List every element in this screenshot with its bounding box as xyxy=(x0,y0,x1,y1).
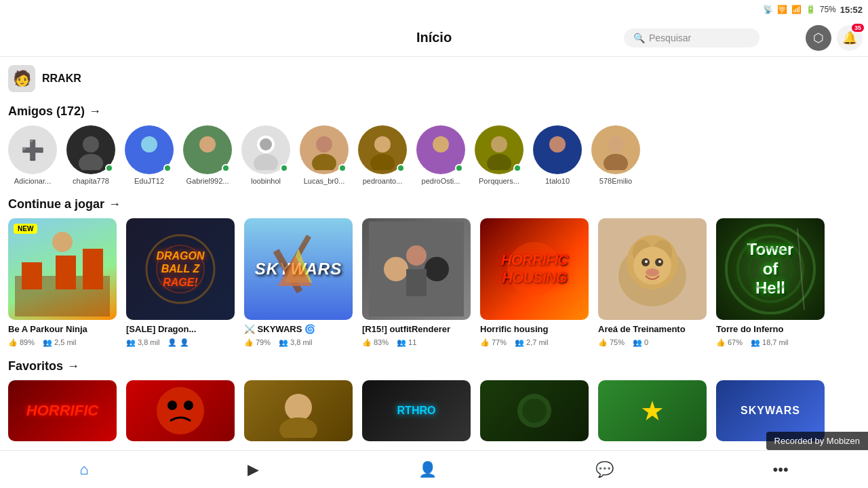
nav-play[interactable]: ▶ xyxy=(237,458,270,481)
game-card-horrific[interactable]: HORRIFICHOUSiNG Horrific housing 👍 77% 👥… xyxy=(480,218,589,347)
fav-card-star[interactable]: ★ xyxy=(598,380,707,441)
game-card-dragon[interactable]: DRAGONBALL ZRAGE! [SALE] Dragon... 👥 3,8… xyxy=(126,218,235,347)
players-icon-horrific: 👥 xyxy=(515,338,524,347)
svg-point-20 xyxy=(604,154,628,170)
search-placeholder: Pesquisar xyxy=(649,33,691,43)
favorites-section-title: Favoritos xyxy=(8,359,63,373)
online-dot-gabriel xyxy=(222,164,230,172)
svg-point-56 xyxy=(285,394,312,421)
friend-name-578emilio: 578Emilio xyxy=(599,177,632,185)
svg-point-3 xyxy=(137,154,161,170)
robux-icon: ⬡ xyxy=(813,30,824,45)
svg-point-34 xyxy=(425,257,449,281)
game-thumb-doge xyxy=(598,218,707,320)
game-card-parkour[interactable]: NEW Be A Parkour Ninja 👍 89% 👥 2,5 mil xyxy=(8,218,117,347)
favorites-section-arrow[interactable]: → xyxy=(67,359,79,373)
fav-card-rthro[interactable]: RTHRO xyxy=(362,380,471,441)
game-card-outfit[interactable]: [R15!] outfitRenderer 👍 83% 👥 11 xyxy=(362,218,471,347)
players-icon-doge: 👥 xyxy=(633,338,642,347)
notifications-button[interactable]: 🔔 35 xyxy=(837,25,863,51)
username: RRAKR xyxy=(42,73,81,85)
svg-point-48 xyxy=(646,268,659,277)
game-title-horrific: Horrific housing xyxy=(480,324,589,336)
friend-pedroanto[interactable]: pedroanto... xyxy=(358,125,407,185)
svg-point-1 xyxy=(79,154,103,170)
game-stats-skywars: 👍 79% 👥 3,8 mil xyxy=(244,338,353,347)
mobizen-watermark: Recorded by Mobizen xyxy=(766,432,868,450)
svg-rect-24 xyxy=(83,249,103,289)
friend-chapita778[interactable]: chapita778 xyxy=(66,125,115,185)
friend-578emilio[interactable]: 578Emilio xyxy=(591,125,640,185)
svg-point-13 xyxy=(433,136,449,152)
nav-chat[interactable]: 💬 xyxy=(585,458,625,481)
game-stats-dragon: 👥 3,8 mil 👤👤 xyxy=(126,338,235,347)
friend-name-pedroostil: pedroOsti... xyxy=(422,177,460,185)
add-friend-item[interactable]: ➕ Adicionar... xyxy=(8,125,57,185)
battery-icon: 🔋 xyxy=(806,5,816,14)
svg-point-11 xyxy=(374,136,391,152)
fav-card-brown[interactable] xyxy=(244,380,353,441)
game-likes-tower: 👍 67% xyxy=(716,338,743,347)
players-icon-skywars: 👥 xyxy=(279,338,288,347)
friend-gabriel[interactable]: Gabriel992... xyxy=(183,125,232,185)
robux-button[interactable]: ⬡ xyxy=(806,25,831,51)
svg-point-14 xyxy=(429,154,453,170)
svg-point-16 xyxy=(487,154,511,170)
svg-point-25 xyxy=(52,232,73,252)
nav-home[interactable]: ⌂ xyxy=(68,458,99,481)
game-title-tower: Torre do Inferno xyxy=(716,324,825,336)
game-likes-outfit: 👍 83% xyxy=(362,338,389,347)
svg-point-33 xyxy=(384,257,408,281)
game-thumb-parkour: NEW xyxy=(8,218,117,320)
nav-more[interactable]: ••• xyxy=(762,458,800,481)
game-card-tower[interactable]: TowerofHell Torre do Inferno 👍 67% xyxy=(716,218,825,347)
game-card-skywars[interactable]: SKYWARS ⚔️ SKYWARS 🌀 👍 79% 👥 3,8 mil xyxy=(244,218,353,347)
online-dot-pedroanto xyxy=(397,164,405,172)
svg-point-46 xyxy=(645,260,648,263)
game-thumb-horrific: HORRIFICHOUSiNG xyxy=(480,218,589,320)
bottom-nav: ⌂ ▶ 👤 💬 ••• xyxy=(0,450,868,488)
friend-name-gabriel: Gabriel992... xyxy=(186,177,229,185)
game-likes-parkour: 👍 89% xyxy=(8,338,35,347)
search-bar[interactable]: 🔍 Pesquisar xyxy=(624,28,760,47)
game-thumb-tower: TowerofHell xyxy=(716,218,825,320)
game-players-horrific: 👥 2,7 mil xyxy=(515,338,548,347)
svg-point-35 xyxy=(406,245,427,266)
friend-avatar-578emilio xyxy=(591,125,640,174)
game-likes-horrific: 👍 77% xyxy=(480,338,507,347)
game-thumb-dragon: DRAGONBALL ZRAGE! xyxy=(126,218,235,320)
thumbs-up-icon-tower: 👍 xyxy=(716,338,726,347)
nav-avatar[interactable]: 👤 xyxy=(408,458,448,481)
thumbs-up-icon: 👍 xyxy=(8,338,18,347)
bell-icon: 🔔 xyxy=(842,30,857,45)
friend-porqquers[interactable]: Porqquers... xyxy=(475,125,524,185)
game-card-doge[interactable]: Areá de Treinamento 👍 75% 👥 0 xyxy=(598,218,707,347)
friend-pedroostil[interactable]: pedroOsti... xyxy=(416,125,465,185)
game-stats-outfit: 👍 83% 👥 11 xyxy=(362,338,471,347)
svg-point-19 xyxy=(608,136,624,152)
friends-section-title: Amigos (172) xyxy=(8,104,85,119)
game-title-doge: Areá de Treinamento xyxy=(598,324,707,336)
fav-icon-brown xyxy=(271,384,326,438)
continue-section-arrow[interactable]: → xyxy=(108,197,121,211)
svg-point-9 xyxy=(316,136,332,152)
user-avatar[interactable]: 🧑 xyxy=(8,65,35,92)
fav-card-dark[interactable] xyxy=(480,380,589,441)
friend-loobinhol[interactable]: loobinhol xyxy=(241,125,290,185)
friend-1talo10[interactable]: 1talo10 xyxy=(533,125,582,185)
play-icon: ▶ xyxy=(248,461,259,479)
friends-section-arrow[interactable]: → xyxy=(89,104,101,119)
friend-edujt12[interactable]: EduJT12 xyxy=(125,125,174,185)
fav-card-horrific[interactable]: HORRIFIC xyxy=(8,380,117,441)
svg-rect-22 xyxy=(22,262,42,289)
top-nav: Início 🔍 Pesquisar ⬡ 🔔 35 xyxy=(0,19,868,57)
svg-point-27 xyxy=(157,245,204,293)
fav-card-red[interactable] xyxy=(126,380,235,441)
game-title-dragon: [SALE] Dragon... xyxy=(126,324,235,336)
add-friend-avatar: ➕ xyxy=(8,125,57,174)
friend-lucas[interactable]: Lucas_br0... xyxy=(300,125,349,185)
fav-icon-star: ★ xyxy=(640,395,665,426)
friend-name-lucas: Lucas_br0... xyxy=(304,177,345,185)
status-bar: 📡 🛜 📶 🔋 75% 15:52 xyxy=(0,0,868,19)
chat-icon: 💬 xyxy=(595,461,614,479)
